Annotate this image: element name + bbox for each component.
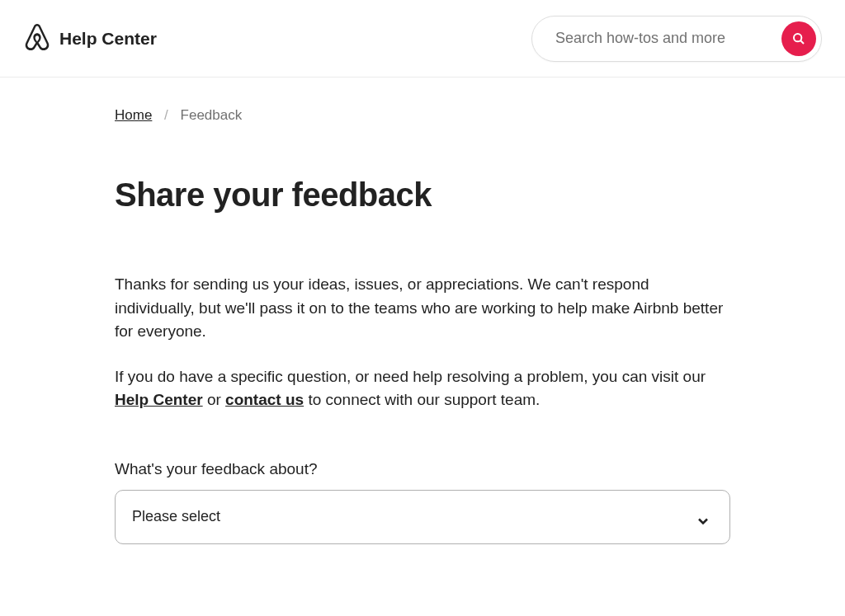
header-left: Help Center (23, 22, 157, 55)
intro-paragraph-1: Thanks for sending us your ideas, issues… (115, 273, 730, 344)
feedback-topic-group: What's your feedback about? Please selec… (115, 460, 730, 544)
contact-us-link[interactable]: contact us (225, 391, 304, 408)
main-content: Home / Feedback Share your feedback Than… (115, 78, 730, 616)
breadcrumb-home-link[interactable]: Home (115, 107, 152, 123)
logo-link[interactable] (23, 22, 51, 55)
search-bar (531, 16, 822, 62)
help-center-link[interactable]: Help Center (115, 391, 203, 408)
feedback-topic-label: What's your feedback about? (115, 460, 730, 478)
search-input[interactable] (555, 30, 781, 47)
intro-p2-mid: or (203, 391, 225, 408)
chevron-wrap (695, 513, 713, 529)
search-button[interactable] (781, 21, 816, 56)
select-value: Please select (132, 508, 695, 525)
header-title: Help Center (59, 29, 157, 49)
page-title: Share your feedback (115, 176, 730, 214)
intro-paragraph-2: If you do have a specific question, or n… (115, 365, 730, 412)
feedback-topic-select[interactable]: Please select (115, 490, 730, 544)
chevron-down-icon (695, 513, 711, 529)
intro-p2-post: to connect with our support team. (304, 391, 540, 408)
breadcrumb-current: Feedback (181, 107, 243, 123)
svg-point-0 (794, 34, 801, 41)
search-icon (792, 32, 805, 45)
site-header: Help Center (0, 0, 845, 78)
airbnb-logo-icon (23, 22, 51, 52)
breadcrumb-separator: / (164, 107, 168, 123)
intro-p2-pre: If you do have a specific question, or n… (115, 368, 706, 385)
breadcrumb: Home / Feedback (115, 107, 730, 124)
svg-line-1 (800, 40, 804, 44)
